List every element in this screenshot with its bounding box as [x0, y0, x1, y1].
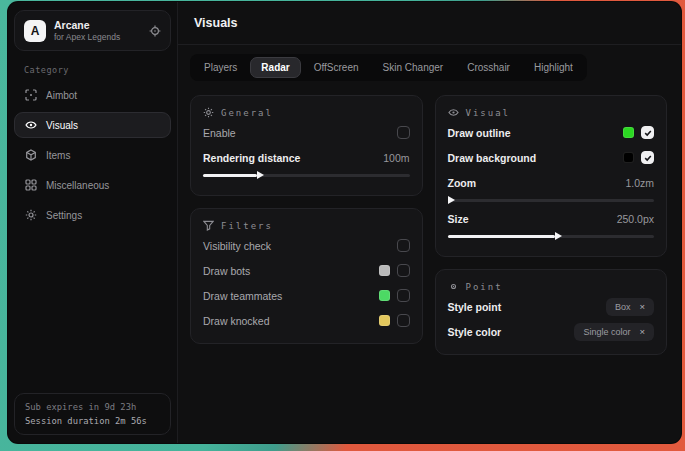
style-point-value: Box — [615, 302, 631, 312]
tab-crosshair[interactable]: Crosshair — [456, 57, 521, 78]
draw-teammates-checkbox[interactable] — [397, 289, 410, 302]
zoom-value: 1.0zm — [625, 177, 654, 189]
sidebar-item-visuals[interactable]: Visuals — [14, 112, 171, 138]
right-column: Visual Draw outline Draw background — [435, 95, 668, 355]
size-slider[interactable] — [448, 232, 655, 240]
draw-background-label: Draw background — [448, 152, 537, 164]
main-panel: Visuals Players Radar OffScreen Skin Cha… — [178, 2, 681, 443]
style-color-value: Single color — [583, 327, 630, 337]
point-card-header: Point — [448, 281, 655, 292]
draw-background-row: Draw background — [448, 147, 655, 168]
content-area: General Enable Rendering distance 100m — [178, 87, 681, 443]
point-card: Point Style point Box × Style color Sing… — [435, 269, 668, 355]
filters-card: Filters Visibility check Draw bots — [190, 208, 423, 344]
crosshair-icon — [25, 89, 37, 101]
tab-strip: Players Radar OffScreen Skin Changer Cro… — [190, 54, 587, 81]
close-icon[interactable]: × — [639, 327, 645, 337]
tab-players[interactable]: Players — [193, 57, 248, 78]
grid-icon — [25, 179, 37, 191]
visibility-check-checkbox[interactable] — [397, 239, 410, 252]
draw-knocked-row: Draw knocked — [203, 310, 410, 331]
rendering-distance-label: Rendering distance — [203, 152, 300, 164]
sidebar-item-settings[interactable]: Settings — [14, 202, 171, 228]
draw-outline-label: Draw outline — [448, 127, 511, 139]
draw-outline-checkbox[interactable] — [641, 126, 654, 139]
draw-teammates-row: Draw teammates — [203, 285, 410, 306]
sidebar-item-miscellaneous[interactable]: Miscellaneous — [14, 172, 171, 198]
style-point-select[interactable]: Box × — [606, 298, 654, 316]
draw-knocked-checkbox[interactable] — [397, 314, 410, 327]
sidebar-item-label: Miscellaneous — [46, 180, 109, 191]
left-column: General Enable Rendering distance 100m — [190, 95, 423, 344]
style-color-label: Style color — [448, 326, 502, 338]
visibility-check-row: Visibility check — [203, 235, 410, 256]
tab-skin-changer[interactable]: Skin Changer — [372, 57, 455, 78]
zoom-slider[interactable] — [448, 196, 655, 204]
style-color-select[interactable]: Single color × — [574, 323, 654, 341]
category-label: Category — [14, 57, 171, 80]
close-icon[interactable]: × — [639, 302, 645, 312]
slider-thumb-icon[interactable] — [555, 232, 562, 240]
sidebar-item-label: Items — [46, 150, 70, 161]
filters-card-header: Filters — [203, 220, 410, 231]
tab-offscreen[interactable]: OffScreen — [303, 57, 370, 78]
rendering-distance-slider[interactable] — [203, 171, 410, 179]
app-subtitle: for Apex Legends — [54, 32, 120, 42]
draw-outline-row: Draw outline — [448, 122, 655, 143]
tabs-row: Players Radar OffScreen Skin Changer Cro… — [178, 45, 681, 87]
section-title: Filters — [221, 221, 273, 231]
draw-knocked-color-swatch[interactable] — [379, 315, 390, 326]
size-row: Size 250.0px — [448, 208, 655, 229]
funnel-icon — [203, 220, 214, 231]
app-name: Arcane — [54, 19, 120, 31]
eye-icon — [448, 107, 459, 118]
sidebar-item-label: Visuals — [46, 120, 78, 131]
zoom-row: Zoom 1.0zm — [448, 172, 655, 193]
style-point-row: Style point Box × — [448, 296, 655, 317]
point-icon — [448, 281, 459, 292]
tab-highlight[interactable]: Highlight — [523, 57, 584, 78]
eye-scan-icon — [25, 119, 37, 131]
rendering-distance-row: Rendering distance 100m — [203, 147, 410, 168]
sidebar-item-label: Aimbot — [46, 90, 77, 101]
style-point-label: Style point — [448, 301, 502, 313]
size-value: 250.0px — [617, 213, 654, 225]
draw-background-checkbox[interactable] — [641, 151, 654, 164]
general-card-header: General — [203, 107, 410, 118]
enable-label: Enable — [203, 127, 236, 139]
section-title: Point — [466, 282, 503, 292]
gear-icon — [203, 107, 214, 118]
draw-bots-label: Draw bots — [203, 265, 250, 277]
enable-checkbox[interactable] — [397, 126, 410, 139]
draw-teammates-color-swatch[interactable] — [379, 290, 390, 301]
draw-knocked-label: Draw knocked — [203, 315, 270, 327]
draw-bots-checkbox[interactable] — [397, 264, 410, 277]
draw-teammates-label: Draw teammates — [203, 290, 282, 302]
draw-background-color-swatch[interactable] — [623, 152, 634, 163]
session-info-card: Sub expires in 9d 23h Session duration 2… — [14, 393, 171, 435]
gear-icon — [25, 209, 37, 221]
main-header: Visuals — [178, 2, 681, 45]
slider-thumb-icon[interactable] — [448, 196, 455, 204]
rendering-distance-value: 100m — [383, 152, 409, 164]
visibility-check-label: Visibility check — [203, 240, 271, 252]
sidebar: A Arcane for Apex Legends Category Aimbo — [8, 2, 178, 443]
brand-card: A Arcane for Apex Legends — [14, 10, 171, 51]
cube-icon — [25, 149, 37, 161]
slider-thumb-icon[interactable] — [257, 171, 264, 179]
check-icon — [645, 156, 651, 160]
tab-radar[interactable]: Radar — [250, 57, 300, 78]
draw-bots-color-swatch[interactable] — [379, 265, 390, 276]
app-window: A Arcane for Apex Legends Category Aimbo — [8, 2, 681, 443]
session-duration-text: Session duration 2m 56s — [25, 416, 160, 426]
section-title: General — [221, 108, 273, 118]
app-logo: A — [24, 20, 46, 42]
target-icon[interactable] — [149, 25, 161, 37]
sidebar-item-label: Settings — [46, 210, 82, 221]
draw-outline-color-swatch[interactable] — [623, 127, 634, 138]
sidebar-item-aimbot[interactable]: Aimbot — [14, 82, 171, 108]
check-icon — [645, 131, 651, 135]
general-card: General Enable Rendering distance 100m — [190, 95, 423, 196]
sub-expires-text: Sub expires in 9d 23h — [25, 402, 160, 412]
sidebar-item-items[interactable]: Items — [14, 142, 171, 168]
